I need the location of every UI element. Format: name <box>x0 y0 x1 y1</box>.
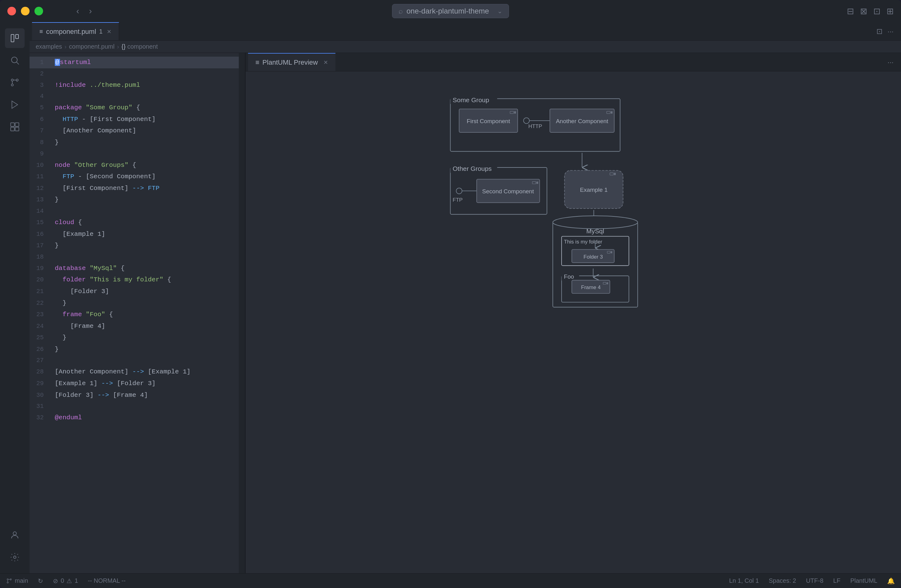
tab-close-icon[interactable]: ✕ <box>107 28 111 35</box>
titlebar-actions: ⊟ ⊠ ⊡ ⊞ <box>847 6 893 16</box>
svg-rect-0 <box>11 34 14 42</box>
line-ending-text: LF <box>833 577 840 584</box>
sidebar-item-explorer[interactable] <box>5 28 25 48</box>
sync-status[interactable]: ↻ <box>38 577 43 585</box>
error-number: 0 <box>61 577 64 584</box>
tab-plantuml-preview[interactable]: ≡ PlantUML Preview ✕ <box>248 53 335 71</box>
preview-tab-icon: ≡ <box>256 58 259 67</box>
editor-area: ≡ component.puml 1 ✕ ⊡ ··· examples › co… <box>30 22 901 573</box>
tab-number: 1 <box>99 28 103 35</box>
line-col[interactable]: Ln 1, Col 1 <box>729 577 759 585</box>
spaces-text: Spaces: 2 <box>768 577 796 584</box>
line-col-text: Ln 1, Col 1 <box>729 577 759 584</box>
mysql-label: MySql <box>586 228 604 235</box>
activity-bar-bottom <box>5 525 25 567</box>
code-line-7: 7 [Another Component] <box>30 125 245 137</box>
code-line-3: 3 !include ../theme.puml <box>30 80 245 91</box>
ftp-label-other: FTP <box>453 197 463 203</box>
vim-mode-text: -- NORMAL -- <box>88 577 126 584</box>
code-line-12: 12 [First Component] --> FTP <box>30 182 245 194</box>
status-right: Ln 1, Col 1 Spaces: 2 UTF-8 LF PlantUML … <box>729 577 895 585</box>
tab-label: component.puml <box>46 28 96 36</box>
svg-rect-43 <box>611 251 613 253</box>
svg-point-13 <box>14 556 16 558</box>
svg-point-50 <box>7 579 8 580</box>
tab-component-puml[interactable]: ≡ component.puml 1 ✕ <box>32 22 119 41</box>
breadcrumb-examples: examples <box>36 43 62 50</box>
notification-bell[interactable]: 🔔 <box>887 577 895 585</box>
sidebar-item-run-debug[interactable] <box>5 95 25 114</box>
tab-actions: ⊡ ··· <box>876 27 898 36</box>
editor-split: 1 @startuml 2 3 !include ../theme.puml <box>30 53 901 573</box>
error-icon: ⊘ <box>53 577 58 585</box>
more-actions-button[interactable]: ··· <box>887 27 893 36</box>
close-button[interactable] <box>8 7 16 16</box>
svg-rect-1 <box>16 34 19 39</box>
sidebar-item-account[interactable] <box>5 525 25 545</box>
language-mode[interactable]: PlantUML <box>850 577 877 585</box>
code-line-22: 22 } <box>30 297 245 309</box>
sidebar-item-extensions[interactable] <box>5 117 25 137</box>
svg-rect-11 <box>15 127 19 131</box>
bell-icon: 🔔 <box>887 577 895 585</box>
preview-content: Some Group First Component HTTP <box>246 72 901 573</box>
layout-button-4[interactable]: ⊞ <box>887 6 893 16</box>
sidebar-item-search[interactable] <box>5 50 25 70</box>
split-editor-button[interactable]: ⊡ <box>876 27 882 36</box>
nav-buttons: ‹ › <box>74 5 95 17</box>
breadcrumb-sep-2: › <box>117 43 119 50</box>
encoding[interactable]: UTF-8 <box>806 577 823 585</box>
encoding-text: UTF-8 <box>806 577 823 584</box>
forward-button[interactable]: › <box>86 5 94 17</box>
layout-button-3[interactable]: ⊡ <box>873 6 881 16</box>
first-component-label: First Component <box>467 118 510 124</box>
code-line-27: 27 <box>30 355 245 366</box>
preview-tab-label: PlantUML Preview <box>262 58 318 67</box>
code-line-29: 29 [Example 1] --> [Folder 3] <box>30 378 245 390</box>
preview-tab-close[interactable]: ✕ <box>323 59 328 66</box>
code-editor[interactable]: 1 @startuml 2 3 !include ../theme.puml <box>30 53 245 573</box>
error-count[interactable]: ⊘ 0 ⚠ 1 <box>53 577 78 585</box>
svg-rect-8 <box>11 123 14 126</box>
other-groups-label: Other Groups <box>453 165 492 172</box>
code-line-15: 15 cloud { <box>30 217 245 228</box>
code-content[interactable]: 1 @startuml 2 3 !include ../theme.puml <box>30 53 245 573</box>
git-branch[interactable]: main <box>6 577 28 584</box>
another-component-label: Another Component <box>556 118 608 124</box>
svg-rect-10 <box>11 127 14 131</box>
code-line-26: 26 } <box>30 343 245 355</box>
second-component-label: Second Component <box>482 188 534 195</box>
layout-button-2[interactable]: ⊠ <box>860 6 867 16</box>
folder3-label: Folder 3 <box>583 254 603 260</box>
svg-rect-32 <box>536 182 538 184</box>
http-label: HTTP <box>528 123 542 129</box>
activity-bar <box>0 22 30 573</box>
minimize-button[interactable] <box>21 7 30 16</box>
code-line-11: 11 FTP - [Second Component] <box>30 171 245 182</box>
layout-button-1[interactable]: ⊟ <box>847 6 854 16</box>
branch-name: main <box>15 577 28 584</box>
plantuml-diagram: Some Group First Component HTTP <box>432 90 715 330</box>
breadcrumb-symbol: {} component <box>122 43 158 50</box>
back-button[interactable]: ‹ <box>74 5 81 17</box>
code-line-10: 10 node "Other Groups" { <box>30 159 245 171</box>
code-line-28: 28 [Another Component] --> [Example 1] <box>30 366 245 378</box>
status-bar: main ↻ ⊘ 0 ⚠ 1 -- NORMAL -- Ln 1, Col 1 … <box>0 573 901 588</box>
search-icon: ⌕ <box>399 7 403 16</box>
svg-marker-7 <box>12 101 18 108</box>
foo-label: Foo <box>564 273 574 280</box>
example1-label: Example 1 <box>580 187 608 193</box>
preview-more-button[interactable]: ··· <box>887 58 893 67</box>
sidebar-item-settings[interactable] <box>5 547 25 567</box>
code-line-6: 6 HTTP - [First Component] <box>30 114 245 125</box>
code-line-32: 32 @enduml <box>30 412 245 424</box>
code-line-4: 4 <box>30 91 245 102</box>
search-text: one-dark-plantuml-theme <box>407 7 489 16</box>
sidebar-item-source-control[interactable] <box>5 73 25 92</box>
spaces[interactable]: Spaces: 2 <box>768 577 796 585</box>
search-bar[interactable]: ⌕ one-dark-plantuml-theme ⌄ <box>392 4 509 18</box>
line-ending[interactable]: LF <box>833 577 840 585</box>
tabs-bar: ≡ component.puml 1 ✕ ⊡ ··· <box>30 22 901 41</box>
warning-icon: ⚠ <box>67 577 72 585</box>
maximize-button[interactable] <box>34 7 43 16</box>
